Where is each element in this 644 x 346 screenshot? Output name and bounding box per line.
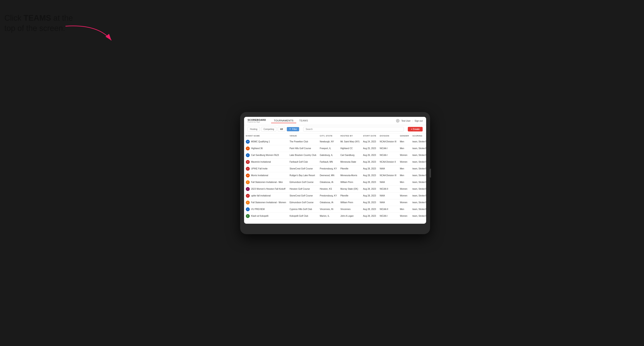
team-icon: M <box>246 140 250 144</box>
team-icon: V <box>246 207 250 211</box>
table-row: 2 2023 Women's Hesston Fall Kickoff Hess… <box>244 185 426 192</box>
cell-date: Aug 28, 2023 <box>361 165 378 172</box>
cell-venue: Faribault Golf Club <box>288 159 318 165</box>
table-body: M MSMC Qualifying 1 The Powelton Club Ne… <box>244 138 426 219</box>
sign-out-link[interactable]: Sign out <box>414 120 423 122</box>
logo-title: SCOREBOARD <box>248 119 266 121</box>
cell-gender: Men <box>398 206 411 213</box>
cell-date: Aug 28, 2023 <box>361 179 378 185</box>
team-icon: F <box>246 180 250 184</box>
cell-gender: Men <box>398 172 411 179</box>
cell-hosted: Mt. Saint Mary (NY) <box>338 138 361 145</box>
table-row: M MSMC Qualifying 1 The Powelton Club Ne… <box>244 138 426 145</box>
cell-city: Prestonsburg, KY <box>318 192 338 199</box>
tab-teams[interactable]: TEAMS <box>297 118 311 123</box>
cell-hosted: Pikeville <box>338 192 361 199</box>
cell-scoring: team, Stroke Play <box>411 185 426 192</box>
tab-tournaments[interactable]: TOURNAMENTS <box>271 118 296 123</box>
event-name-text: Carl Sandburg Women FA23 <box>251 154 279 156</box>
cell-date: Aug 28, 2023 <box>361 159 378 165</box>
cell-venue: Kokopelli Golf Club <box>288 213 318 219</box>
cell-division: NCAA Division II <box>378 159 398 165</box>
cell-hosted: Pikeville <box>338 165 361 172</box>
cell-event-name: U upike fall invitational <box>244 192 288 199</box>
table-row: U upike fall invitational StoneCrest Gol… <box>244 192 426 199</box>
cell-venue: Park Hills Golf Course <box>288 145 318 152</box>
cell-date: Aug 26, 2023 <box>361 152 378 159</box>
cell-gender: Women <box>398 213 411 219</box>
col-gender: GENDER <box>398 133 411 139</box>
filter-button[interactable]: Filter <box>287 127 299 132</box>
cell-event-name: M Morris Invitational <box>244 172 288 179</box>
cell-scoring: team, Stroke Play <box>411 138 426 145</box>
settings-icon[interactable] <box>396 119 400 123</box>
cell-gender: Women <box>398 199 411 206</box>
team-icon: 2 <box>246 187 250 191</box>
team-icon: M <box>246 160 250 164</box>
col-event-name: EVENT NAME <box>244 133 288 139</box>
cell-event-name: F Fall Statesmen Invitational - Women <box>244 199 288 206</box>
filter-icon <box>289 128 291 130</box>
cell-gender: Men <box>398 138 411 145</box>
cell-hosted: Carl Sandburg <box>338 152 361 159</box>
cell-venue: Edmundson Golf Course <box>288 179 318 185</box>
event-name-text: Morris Invitational <box>251 174 268 176</box>
team-icon: U <box>246 194 250 198</box>
competing-filter-button[interactable]: Competing <box>261 127 276 132</box>
toolbar: Hosting Competing All Filter + Create <box>244 125 426 133</box>
cell-division: NICAA II <box>378 185 398 192</box>
cell-city: Hesston, KS <box>318 185 338 192</box>
cell-hosted: William Penn <box>338 199 361 206</box>
team-icon: U <box>246 167 250 171</box>
cell-division: NICAA I <box>378 152 398 159</box>
cell-city: Oskaloosa, IA <box>318 199 338 206</box>
cell-venue: StoneCrest Golf Course <box>288 192 318 199</box>
all-filter-button[interactable]: All <box>278 127 285 132</box>
cell-division: NAIA <box>378 165 398 172</box>
cell-division: NAIA <box>378 179 398 185</box>
cell-city: Oskaloosa, IA <box>318 179 338 185</box>
cell-scoring: team, Stroke Play <box>411 199 426 206</box>
table-row: K Klash at Kokopelli Kokopelli Golf Club… <box>244 213 426 219</box>
cell-city: Newburgh, NY <box>318 138 338 145</box>
side-button <box>429 169 431 177</box>
cell-event-name: K Klash at Kokopelli <box>244 213 288 219</box>
cell-venue: Ruttger's Bay Lake Resort <box>288 172 318 179</box>
team-icon: H <box>246 147 250 151</box>
cell-scoring: team, Stroke Play <box>411 159 426 165</box>
cell-event-name: M MSMC Qualifying 1 <box>244 138 288 145</box>
event-name-text: Klash at Kokopelli <box>251 215 268 217</box>
cell-city: Deerwood, MN <box>318 172 338 179</box>
cell-hosted: Minnesota State <box>338 159 361 165</box>
cell-scoring: team, Stroke Play <box>411 152 426 159</box>
team-icon: C <box>246 153 250 157</box>
table-row: M Morris Invitational Ruttger's Bay Lake… <box>244 172 426 179</box>
svg-point-1 <box>397 120 398 121</box>
cell-event-name: 2 2023 Women's Hesston Fall Kickoff <box>244 185 288 192</box>
header-right: Test User | Sign out <box>396 119 423 123</box>
search-input[interactable] <box>303 127 404 132</box>
cell-date: Aug 25, 2023 <box>361 145 378 152</box>
app-container: SCOREBOARD Powered by Clippi TOURNAMENTS… <box>244 117 426 224</box>
create-button[interactable]: + Create <box>408 127 423 132</box>
hosting-filter-button[interactable]: Hosting <box>248 127 260 132</box>
cell-event-name: M Maverick Invitational <box>244 159 288 165</box>
cell-division: NICAA II <box>378 206 398 213</box>
filter-label: Filter <box>292 128 297 130</box>
cell-scoring: team, Stroke Play <box>411 192 426 199</box>
cell-city: Freeport, IL <box>318 145 338 152</box>
team-icon: M <box>246 173 250 177</box>
table-row: F Fall Statesmen Invitational - Men Edmu… <box>244 179 426 185</box>
event-name-text: upike fall invitational <box>251 194 271 197</box>
cell-city: Galesburg, IL <box>318 152 338 159</box>
cell-scoring: team, Stroke Play <box>411 165 426 172</box>
col-city-state: CITY, STATE <box>318 133 338 139</box>
cell-division: NICAA I <box>378 145 398 152</box>
team-icon: K <box>246 214 250 218</box>
app-header: SCOREBOARD Powered by Clippi TOURNAMENTS… <box>244 117 426 125</box>
table-header: EVENT NAME VENUE CITY, STATE HOSTED BY S… <box>244 133 426 139</box>
event-name-text: Fall Statesmen Invitational - Men <box>251 181 283 183</box>
cell-date: Aug 24, 2023 <box>361 138 378 145</box>
event-name-text: UPIKE Fall Invite <box>251 168 268 170</box>
table-row: U UPIKE Fall Invite StoneCrest Golf Cour… <box>244 165 426 172</box>
